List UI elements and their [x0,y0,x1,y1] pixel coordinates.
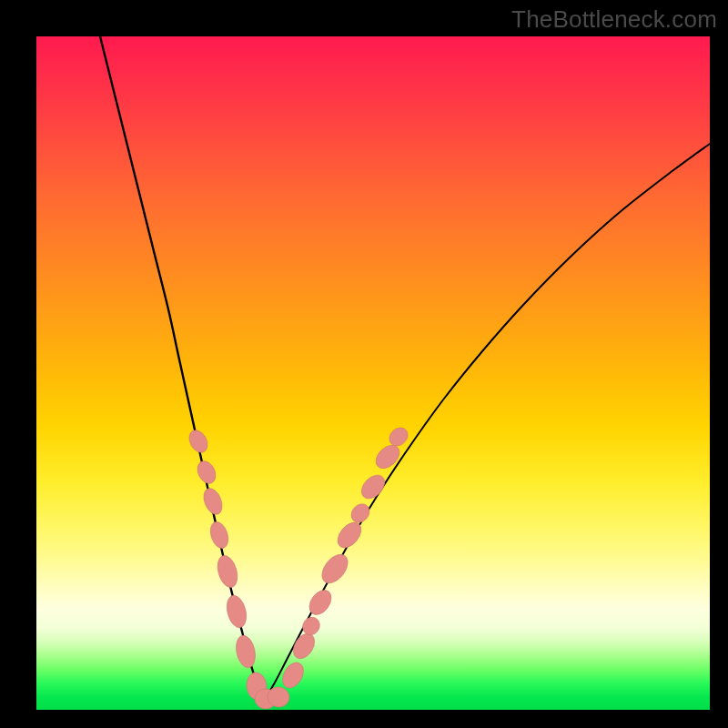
bead-marker [207,520,231,551]
bead-marker [224,593,249,630]
curve-right [264,144,710,701]
bead-marker [348,500,373,526]
bead-marker [194,458,219,486]
bead-marker [305,586,336,619]
bead-marker [200,486,226,518]
curve-svg [36,36,710,710]
bead-marker [357,470,389,502]
bead-group [186,424,411,709]
bead-marker [233,633,258,669]
bead-marker [278,659,308,692]
chart-frame: TheBottleneck.com [0,0,728,728]
bead-marker [317,550,353,588]
bead-marker [214,553,240,590]
watermark-text: TheBottleneck.com [511,5,717,34]
plot-area [36,36,710,710]
bead-marker [186,427,211,455]
